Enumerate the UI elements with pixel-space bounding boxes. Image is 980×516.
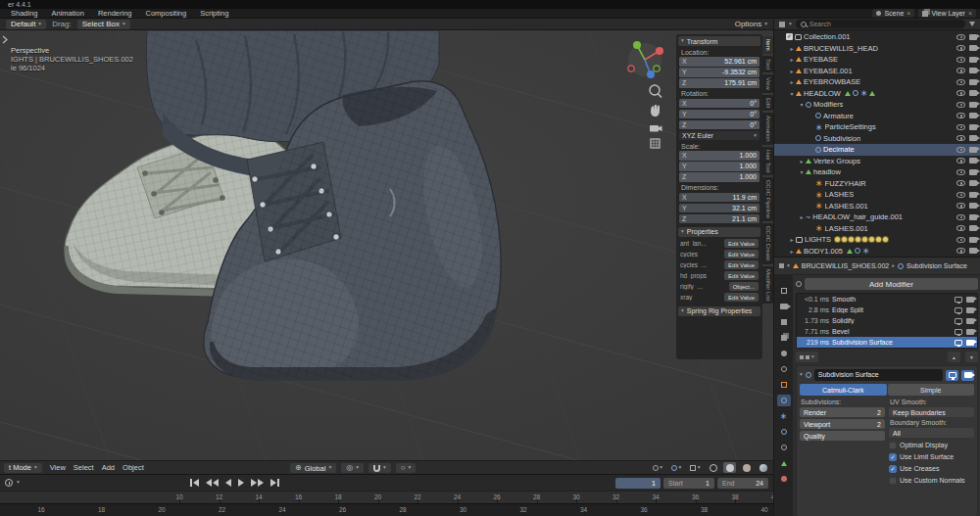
render-tab-icon[interactable]: [777, 301, 791, 312]
menu-object[interactable]: Object: [120, 463, 147, 472]
timeline-ruler-secondary[interactable]: 16182022242628303234363840: [0, 503, 773, 516]
scene-unlink-icon[interactable]: ×: [906, 10, 910, 17]
monitor-icon[interactable]: [955, 340, 962, 346]
sidebar-tab-cc-ic-pipeline[interactable]: CC/iC Pipeline: [762, 177, 773, 221]
checkbox-icon[interactable]: ✓: [889, 453, 897, 461]
edit-value-button[interactable]: Edit Value: [724, 260, 759, 269]
eye-icon[interactable]: [956, 192, 965, 198]
value-slider[interactable]: Z1.000: [679, 172, 760, 182]
eye-icon[interactable]: [956, 79, 965, 85]
camera-icon[interactable]: [969, 192, 977, 198]
checkbox-icon[interactable]: ✓: [889, 465, 897, 473]
camera-icon[interactable]: [969, 68, 977, 73]
modifier-stack-row[interactable]: <0.1 msSmooth: [797, 294, 977, 305]
properties-panel-header[interactable]: ▾ Properties: [678, 227, 760, 237]
camera-icon[interactable]: [969, 57, 977, 63]
value-slider[interactable]: X52.961 cm: [679, 57, 760, 67]
outliner-row[interactable]: ▾HEADLOW∗: [774, 88, 980, 100]
eye-icon[interactable]: [956, 203, 965, 209]
camera-icon[interactable]: [966, 329, 974, 335]
axis-x-neg-handle[interactable]: [628, 66, 634, 71]
menu-add[interactable]: Add: [99, 463, 118, 472]
eye-icon[interactable]: [956, 158, 965, 164]
expand-icon[interactable]: ▸: [788, 45, 796, 52]
camera-icon[interactable]: [969, 102, 977, 108]
eye-icon[interactable]: [956, 113, 965, 118]
outliner-row[interactable]: ∗ParticleSettings: [774, 121, 980, 133]
checkbox-use-creases[interactable]: ✓Use Creases: [889, 463, 974, 474]
object-selector[interactable]: Object...: [729, 282, 759, 291]
sidebar-tab-edit[interactable]: Edit: [762, 95, 773, 111]
outliner-row[interactable]: ▾Modifiers: [774, 99, 980, 111]
outliner-row[interactable]: ▸EYEBROWBASE: [774, 76, 980, 88]
type-button-simple[interactable]: Simple: [888, 384, 975, 396]
outliner-row[interactable]: ▸BRUCEWILLIS_HEAD: [774, 43, 980, 55]
eye-icon[interactable]: [956, 102, 965, 108]
scene-tab-icon[interactable]: [777, 348, 791, 359]
workspace-tab-shading[interactable]: Shading: [4, 9, 45, 19]
modifier-stack-row[interactable]: 219 msSubdivision Surface: [797, 337, 977, 348]
menu-view[interactable]: View: [47, 463, 69, 472]
uv-smooth-dropdown[interactable]: Keep Boundaries: [889, 407, 974, 417]
outliner-row[interactable]: ∗LASHES: [774, 189, 980, 201]
jump-end-button[interactable]: [269, 478, 281, 488]
panel-collapse-icon[interactable]: ▾: [800, 372, 803, 378]
workspace-tab-scripting[interactable]: Scripting: [193, 9, 235, 19]
value-slider[interactable]: Y0°: [679, 110, 760, 119]
modifier-stack-row[interactable]: 2.8 msEdge Split: [797, 305, 977, 315]
sidebar-tab-animation[interactable]: Animation: [762, 113, 773, 145]
filter-icon[interactable]: [969, 22, 975, 26]
move-modifier-down-button[interactable]: ▾: [965, 352, 978, 362]
xray-toggle-icon[interactable]: ▾: [688, 463, 703, 472]
monitor-icon[interactable]: [955, 329, 962, 335]
particles-tab-icon[interactable]: ∗: [777, 410, 791, 422]
value-slider[interactable]: Y32.1 cm: [679, 204, 760, 213]
expand-icon[interactable]: ▸: [788, 248, 796, 255]
value-slider[interactable]: Z175.91 cm: [679, 78, 760, 88]
value-slider[interactable]: X11.9 cm: [679, 193, 760, 203]
shading-material-icon[interactable]: [740, 462, 753, 473]
expand-icon[interactable]: ▸: [788, 236, 796, 243]
play-reverse-button[interactable]: [223, 478, 233, 488]
outliner-row[interactable]: ▸BODY1.005∗: [774, 246, 980, 258]
pivot-point-dropdown[interactable]: ◎ ▾: [341, 463, 364, 473]
shading-solid-icon[interactable]: [723, 462, 736, 473]
snap-dropdown[interactable]: ▾: [368, 463, 391, 473]
camera-icon[interactable]: [969, 45, 977, 51]
object-data-tab-icon[interactable]: [777, 457, 791, 469]
eye-icon[interactable]: [956, 214, 965, 220]
boundary-smooth-dropdown[interactable]: All: [889, 428, 974, 438]
view-layer-selector[interactable]: View Layer ×: [918, 9, 976, 18]
monitor-icon[interactable]: [955, 297, 962, 303]
camera-icon[interactable]: [969, 90, 977, 96]
axis-y-handle[interactable]: [633, 41, 641, 49]
3d-viewport[interactable]: Perspective IGHTS | BRUCEWILLIS_SHOES.00…: [0, 30, 773, 460]
camera-icon[interactable]: [969, 169, 977, 175]
transform-panel-header[interactable]: ▾ Transform: [678, 36, 760, 46]
options-label[interactable]: Options: [735, 20, 762, 28]
physics-tab-icon[interactable]: [777, 426, 791, 438]
outliner-row[interactable]: ∗LASHES.001: [774, 223, 980, 235]
material-tab-icon[interactable]: [777, 473, 791, 485]
workspace-tab-compositing[interactable]: Compositing: [139, 9, 194, 19]
camera-icon[interactable]: [969, 79, 977, 85]
shading-rendered-icon[interactable]: [757, 462, 769, 473]
value-slider[interactable]: Y-9.3532 cm: [679, 68, 760, 77]
world-tab-icon[interactable]: [777, 363, 791, 375]
jump-start-button[interactable]: [188, 478, 201, 488]
camera-icon[interactable]: [969, 180, 977, 186]
frame-start-field[interactable]: Start1: [663, 478, 714, 489]
outliner-row[interactable]: ▾headlow: [774, 166, 980, 178]
sidebar-tab-hair-tool[interactable]: Hair Tool: [762, 147, 773, 176]
checkbox-use-limit-surface[interactable]: ✓Use Limit Surface: [889, 451, 974, 462]
properties-editor-icon[interactable]: [779, 263, 784, 268]
outliner-row[interactable]: ▸EYEBASE: [774, 54, 980, 66]
value-slider[interactable]: X0°: [679, 99, 760, 109]
mode-dropdown[interactable]: t Mode ▾: [4, 463, 42, 473]
checkbox-optimal-display[interactable]: Optimal Display: [889, 440, 974, 450]
outliner-row[interactable]: ▸EYEBASE.001: [774, 66, 980, 77]
spring-rig-panel-header[interactable]: ▾ Spring Rig Properties: [678, 306, 760, 316]
sidebar-tab-cc-ic-create[interactable]: CC/iC Create: [762, 223, 773, 264]
eye-icon[interactable]: [956, 90, 965, 96]
expand-icon[interactable]: ▸: [788, 68, 796, 74]
